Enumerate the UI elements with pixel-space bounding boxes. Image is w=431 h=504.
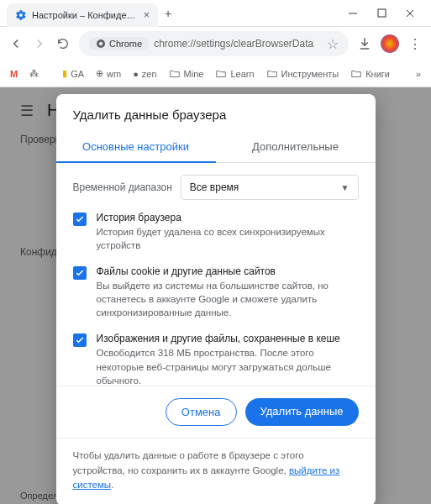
chrome-chip: Chrome <box>89 37 149 50</box>
bookmark-wm[interactable]: ⊕wm <box>96 68 121 79</box>
menu-icon[interactable]: ⋮ <box>407 36 423 51</box>
svg-point-5 <box>99 42 102 45</box>
reload-button[interactable] <box>55 36 71 51</box>
bookmark-folder-mine[interactable]: Mine <box>169 68 204 80</box>
bookmark-item[interactable]: ⁂ <box>29 68 39 79</box>
bookmark-folder-books[interactable]: Книги <box>350 68 390 80</box>
bookmark-gmail[interactable]: M <box>10 69 18 79</box>
checkbox-history[interactable] <box>73 213 87 226</box>
cancel-button[interactable]: Отмена <box>166 398 237 426</box>
browser-tab[interactable]: Настройки – Конфиденциальн × <box>7 3 158 27</box>
cookies-desc: Вы выйдете из системы на большинстве сай… <box>97 279 359 319</box>
new-tab-button[interactable]: + <box>165 7 171 20</box>
modal-overlay: Удалить данные браузера Основные настрой… <box>0 87 431 504</box>
bookmark-folder-tools[interactable]: Инструменты <box>266 68 339 80</box>
close-tab-icon[interactable]: × <box>144 9 150 21</box>
checkbox-cookies[interactable] <box>73 266 87 280</box>
minimize-button[interactable] <box>339 2 367 25</box>
address-bar[interactable]: Chrome chrome://settings/clearBrowserDat… <box>79 31 349 56</box>
bookmarks-overflow[interactable]: » <box>416 69 421 79</box>
tab-basic[interactable]: Основные настройки <box>56 132 216 163</box>
bookmarks-bar: M ⁂ ▮GA ⊕wm ●zen Mine Learn Инструменты … <box>0 60 431 87</box>
bookmark-ga[interactable]: ▮GA <box>62 68 84 79</box>
clear-data-dialog: Удалить данные браузера Основные настрой… <box>56 94 376 504</box>
cache-title: Изображения и другие файлы, сохраненные … <box>97 333 359 344</box>
svg-rect-1 <box>378 9 386 17</box>
cache-desc: Освободится 318 МБ пространства. После э… <box>97 346 359 386</box>
time-range-select[interactable]: Все время ▼ <box>181 175 359 200</box>
history-title: История браузера <box>97 212 359 223</box>
chrome-icon <box>96 39 106 49</box>
bookmark-zen[interactable]: ●zen <box>133 69 156 79</box>
forward-button[interactable] <box>32 36 47 51</box>
settings-icon <box>15 9 27 21</box>
chevron-down-icon: ▼ <box>341 183 350 192</box>
bookmark-folder-learn[interactable]: Learn <box>215 68 254 80</box>
tab-advanced[interactable]: Дополнительные <box>216 132 376 163</box>
time-range-label: Временной диапазон <box>73 181 172 193</box>
url-text: chrome://settings/clearBrowserData <box>154 38 322 50</box>
profile-avatar[interactable] <box>381 34 399 53</box>
dialog-footer: Чтобы удалить данные о работе в браузере… <box>56 438 376 504</box>
checkbox-cache[interactable] <box>73 333 87 347</box>
back-button[interactable] <box>8 36 24 51</box>
tab-title: Настройки – Конфиденциальн <box>32 10 139 20</box>
close-window-button[interactable] <box>396 2 424 25</box>
download-icon[interactable] <box>357 36 372 51</box>
dialog-title: Удалить данные браузера <box>56 94 376 132</box>
confirm-button[interactable]: Удалить данные <box>245 398 359 426</box>
cookies-title: Файлы cookie и другие данные сайтов <box>97 265 359 277</box>
star-icon[interactable]: ☆ <box>327 36 339 52</box>
maximize-button[interactable] <box>367 2 396 25</box>
history-desc: История будет удалена со всех синхронизи… <box>97 225 359 252</box>
